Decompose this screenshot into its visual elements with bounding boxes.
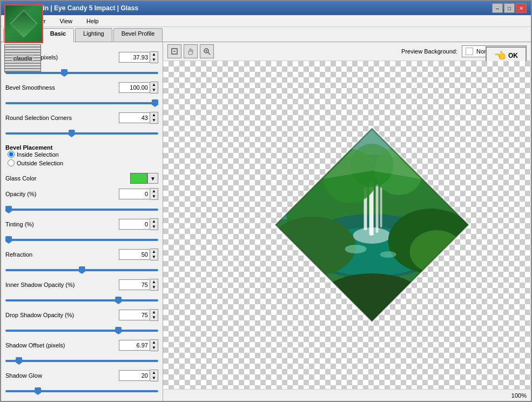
inner-shadow-slider[interactable] xyxy=(5,299,158,302)
bevel-width-down[interactable]: ▼ xyxy=(150,57,158,63)
shadow-glow-input[interactable] xyxy=(119,370,150,381)
waterfall-diamond xyxy=(269,122,474,327)
bevel-smoothness-input[interactable] xyxy=(119,82,150,93)
shadow-glow-spinner: ▲ ▼ xyxy=(150,370,158,381)
tinting-up[interactable]: ▲ xyxy=(150,219,158,224)
tinting-slider[interactable] xyxy=(5,239,158,241)
refraction-slider[interactable] xyxy=(5,269,158,271)
drop-shadow-input[interactable] xyxy=(119,310,150,320)
refraction-up[interactable]: ▲ xyxy=(150,249,158,254)
round-corners-slider[interactable] xyxy=(5,132,158,135)
svg-rect-18 xyxy=(380,187,382,227)
svg-point-25 xyxy=(380,251,396,258)
refraction-input[interactable] xyxy=(119,249,150,260)
status-bar: 100% xyxy=(163,389,531,401)
tab-basic[interactable]: Basic xyxy=(42,28,74,42)
right-panel: 👈 OK Cancel xyxy=(163,42,531,401)
menu-view[interactable]: View xyxy=(55,16,77,25)
maximize-button[interactable]: □ xyxy=(504,3,515,13)
inside-selection-label: Inside Selection xyxy=(17,151,59,158)
drop-shadow-spinner: ▲ ▼ xyxy=(150,309,158,321)
shadow-glow-slider[interactable] xyxy=(5,390,158,392)
bevel-smoothness-down[interactable]: ▼ xyxy=(150,88,158,93)
tinting-row: Tinting (%) ▲ ▼ xyxy=(5,218,158,230)
opacity-input[interactable] xyxy=(119,189,150,199)
preview-area[interactable] xyxy=(163,61,531,389)
tab-lighting[interactable]: Lighting xyxy=(75,28,112,42)
drop-shadow-up[interactable]: ▲ xyxy=(150,310,158,315)
bevel-smoothness-spinner: ▲ ▼ xyxy=(150,82,158,93)
opacity-spinner: ▲ ▼ xyxy=(150,188,158,200)
bevel-smoothness-input-group: ▲ ▼ xyxy=(119,82,158,93)
inner-shadow-input-group: ▲ ▼ xyxy=(119,279,158,291)
bevel-smoothness-label: Bevel Smoothness xyxy=(5,84,119,91)
round-corners-input-group: ▲ ▼ xyxy=(119,112,158,124)
shadow-offset-slider[interactable] xyxy=(5,360,158,362)
bevel-smoothness-slider[interactable] xyxy=(5,102,158,104)
drop-shadow-down[interactable]: ▼ xyxy=(150,315,158,320)
opacity-slider-container xyxy=(5,205,158,212)
inner-shadow-down[interactable]: ▼ xyxy=(150,285,158,290)
shadow-glow-row: Shadow Glow ▲ ▼ xyxy=(5,370,158,381)
inside-selection-radio-row[interactable]: Inside Selection xyxy=(8,151,158,158)
svg-point-22 xyxy=(269,217,355,276)
inner-shadow-row: Inner Shadow Opacity (%) ▲ ▼ xyxy=(5,279,158,291)
outside-selection-radio[interactable] xyxy=(8,159,15,166)
round-corners-input[interactable] xyxy=(119,112,150,123)
drop-shadow-row: Drop Shadow Opacity (%) ▲ ▼ xyxy=(5,309,158,321)
hand-icon xyxy=(187,48,194,55)
inner-shadow-spinner: ▲ ▼ xyxy=(150,279,158,291)
shadow-offset-input[interactable] xyxy=(119,340,150,351)
bevel-placement-section: Bevel Placement Inside Selection Outside… xyxy=(5,142,158,166)
shadow-offset-up[interactable]: ▲ xyxy=(150,340,158,345)
preview-bg-label: Preview Background: xyxy=(401,48,457,55)
opacity-up[interactable]: ▲ xyxy=(150,189,158,194)
bevel-smoothness-slider-container xyxy=(5,99,158,105)
bevel-placement-radios: Inside Selection Outside Selection xyxy=(8,151,158,166)
refraction-down[interactable]: ▼ xyxy=(150,254,158,260)
inside-selection-radio[interactable] xyxy=(8,151,15,158)
preview-toolbar: Preview Background: None ▼ xyxy=(163,42,531,61)
opacity-label: Opacity (%) xyxy=(5,191,119,197)
close-button[interactable]: ✕ xyxy=(516,3,527,13)
bevel-smoothness-row: Bevel Smoothness ▲ ▼ xyxy=(5,82,158,93)
glass-color-label: Glass Color xyxy=(5,175,130,182)
inner-shadow-up[interactable]: ▲ xyxy=(150,279,158,285)
glass-color-swatch[interactable] xyxy=(130,173,147,184)
shadow-glow-up[interactable]: ▲ xyxy=(150,370,158,376)
inner-shadow-input[interactable] xyxy=(119,279,150,290)
shadow-glow-input-group: ▲ ▼ xyxy=(119,370,158,381)
tinting-input[interactable] xyxy=(119,219,150,230)
glass-color-controls: ▼ xyxy=(130,173,158,184)
refraction-input-group: ▲ ▼ xyxy=(119,249,158,260)
tool-buttons xyxy=(167,44,214,58)
outside-selection-radio-row[interactable]: Outside Selection xyxy=(8,159,158,166)
bevel-width-up[interactable]: ▲ xyxy=(150,52,158,57)
opacity-slider[interactable] xyxy=(5,209,158,211)
shadow-offset-slider-container xyxy=(5,357,158,363)
bevel-placement-label: Bevel Placement xyxy=(5,144,158,151)
shadow-offset-down[interactable]: ▼ xyxy=(150,345,158,351)
opacity-down[interactable]: ▼ xyxy=(150,194,158,199)
glass-color-dropdown[interactable]: ▼ xyxy=(147,173,158,184)
bevel-width-input[interactable] xyxy=(119,52,150,63)
shadow-glow-down[interactable]: ▼ xyxy=(150,376,158,381)
svg-point-19 xyxy=(353,227,390,244)
menu-help[interactable]: Help xyxy=(82,16,104,25)
bevel-smoothness-up[interactable]: ▲ xyxy=(150,82,158,88)
zoom-reset-button[interactable] xyxy=(167,44,181,58)
tinting-down[interactable]: ▼ xyxy=(150,224,158,230)
opacity-row: Opacity (%) ▲ ▼ xyxy=(5,188,158,200)
round-corners-up[interactable]: ▲ xyxy=(150,112,158,118)
pan-button[interactable] xyxy=(184,44,198,58)
glass-color-row: Glass Color ▼ xyxy=(5,173,158,184)
round-corners-spinner: ▲ ▼ xyxy=(150,112,158,124)
tab-bevel-profile[interactable]: Bevel Profile xyxy=(113,28,163,42)
tinting-label: Tinting (%) xyxy=(5,221,119,227)
round-corners-down[interactable]: ▼ xyxy=(150,118,158,123)
minimize-button[interactable]: – xyxy=(492,3,503,13)
zoom-button[interactable] xyxy=(200,44,214,58)
svg-rect-17 xyxy=(375,184,378,233)
drop-shadow-slider[interactable] xyxy=(5,330,158,332)
shadow-glow-slider-container xyxy=(5,387,158,393)
